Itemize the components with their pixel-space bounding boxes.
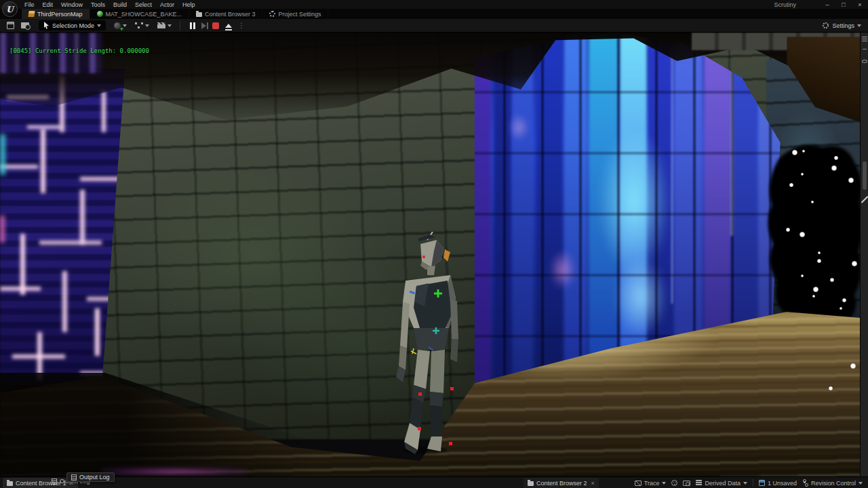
trace-dropdown[interactable]: Trace: [635, 480, 667, 487]
output-log-label: Output Log: [79, 474, 110, 481]
particle-dot: [812, 295, 815, 298]
dark-portal-blob: [758, 132, 868, 336]
play-controls: ⋮: [190, 22, 245, 29]
particle-dot: [852, 261, 857, 266]
pencil-icon[interactable]: [861, 196, 868, 203]
menu-file[interactable]: File: [20, 1, 39, 8]
particle-dot: [786, 228, 790, 232]
chevron-down-icon: [97, 24, 101, 27]
particle-dot: [792, 150, 797, 155]
viewport[interactable]: [0045] Current Stride Length: 0.000000: [0, 33, 868, 476]
play-options-ellipsis-icon[interactable]: ⋮: [238, 22, 245, 29]
selection-mode-dropdown[interactable]: Selection Mode: [39, 20, 106, 30]
settings-label: Settings: [832, 22, 854, 29]
derived-data-dropdown[interactable]: Derived Data: [696, 480, 747, 487]
save-icon: [759, 480, 765, 486]
chevron-down-icon: [167, 24, 172, 27]
statusbar-separator: [753, 479, 753, 487]
gear-icon: [822, 22, 829, 29]
eject-button[interactable]: [225, 24, 232, 28]
menu-actor[interactable]: Actor: [156, 1, 178, 8]
add-actor-icon: [114, 22, 121, 29]
menu-tools[interactable]: Tools: [87, 1, 109, 8]
character-right-arm: [450, 300, 458, 339]
bug-report-icon[interactable]: [683, 481, 690, 486]
maximize-button[interactable]: □: [835, 1, 852, 8]
statusbar-right-group: Trace Derived Data 1 Unsaved Revision Co…: [635, 477, 863, 488]
branch-icon: [802, 479, 808, 487]
toolbar-separator: [180, 21, 180, 30]
hamburger-icon[interactable]: [862, 37, 867, 41]
unsaved-indicator[interactable]: 1 Unsaved: [759, 480, 797, 487]
gear-icon: [269, 11, 275, 17]
revision-control-label: Revision Control: [811, 480, 856, 487]
close-button[interactable]: ×: [852, 1, 868, 8]
menu-edit[interactable]: Edit: [39, 1, 58, 8]
character-left-arm: [400, 302, 410, 348]
glow-bar: [39, 241, 102, 245]
content-drawer-icon[interactable]: [21, 22, 29, 28]
menu-window[interactable]: Window: [57, 1, 87, 8]
revision-control-dropdown[interactable]: Revision Control: [802, 479, 863, 487]
red-square-marker: [449, 442, 452, 445]
particle-dot: [830, 278, 834, 282]
particle-dot: [848, 178, 854, 183]
stop-button[interactable]: [212, 22, 219, 29]
save-icon[interactable]: [7, 22, 14, 29]
particle-dot: [800, 232, 805, 237]
menu-build[interactable]: Build: [109, 1, 131, 8]
particle-dot: [811, 201, 814, 203]
menu-select[interactable]: Select: [131, 1, 156, 8]
debug-overlay-text: [0045] Current Stride Length: 0.000000: [9, 47, 149, 54]
selection-mode-label: Selection Mode: [52, 22, 94, 29]
particle-dot: [840, 307, 842, 310]
tab-content-browser-3[interactable]: Content Browser 3: [189, 9, 263, 19]
glow-bar: [102, 92, 106, 132]
glow-bar: [12, 354, 65, 359]
particle-dot: [831, 165, 837, 171]
viewport-settings-dropdown[interactable]: Settings: [822, 22, 861, 29]
status-bar: Content Browser 1 × Content Browser 2 × …: [0, 476, 868, 488]
character-right-shin: [430, 405, 442, 436]
cinematics-dropdown[interactable]: [157, 22, 172, 28]
statusbar-tab-content-browser-2[interactable]: Content Browser 2 ×: [524, 478, 599, 488]
eye-icon[interactable]: [862, 60, 867, 63]
red-dot-marker: [422, 256, 425, 258]
pause-button[interactable]: [190, 22, 195, 29]
pink-glow-accent: [0, 216, 5, 243]
clapperboard-icon: [157, 22, 165, 28]
tab-label: Content Browser 3: [205, 11, 256, 18]
unsaved-label: 1 Unsaved: [768, 480, 797, 487]
particle-dot: [802, 150, 805, 152]
chevron-down-icon: [145, 24, 149, 27]
close-icon[interactable]: ×: [591, 480, 595, 487]
blueprints-dropdown[interactable]: [135, 22, 149, 28]
glow-bar: [62, 271, 67, 332]
unreal-logo-icon[interactable]: U: [2, 1, 18, 17]
output-log-ghost-tab[interactable]: Output Log: [66, 472, 115, 482]
tab-mat-showcase-bake[interactable]: MAT_SHOWCASE_BAKE...: [90, 9, 189, 19]
menu-bar: File Edit Window Tools Build Select Acto…: [20, 1, 199, 8]
add-actor-dropdown[interactable]: [114, 22, 127, 29]
particle-dot: [834, 156, 838, 160]
particle-dot: [818, 251, 821, 254]
scrollbar-thumb[interactable]: [863, 161, 867, 190]
minimize-button[interactable]: –: [819, 1, 835, 8]
tab-label: Content Browser 2: [536, 480, 587, 487]
particle-dot: [817, 259, 821, 263]
particle-dot: [801, 173, 804, 176]
tab-project-settings[interactable]: Project Settings: [262, 9, 328, 19]
menu-help[interactable]: Help: [178, 1, 199, 8]
folder-icon: [7, 481, 13, 486]
chevron-down-icon: [743, 482, 747, 485]
character-pelvis: [414, 328, 449, 350]
project-title: Scrutiny: [774, 1, 796, 8]
collapsed-panel-strip[interactable]: [860, 33, 868, 476]
frame-skip-button[interactable]: [201, 22, 206, 29]
glow-bar: [41, 129, 45, 193]
main-toolbar: Selection Mode ⋮ Settings: [0, 19, 868, 33]
feedback-smiley-icon[interactable]: [671, 480, 677, 486]
trace-icon: [635, 481, 642, 486]
particle-dot: [842, 298, 846, 302]
tab-thirdpersonmap[interactable]: ThirdPersonMap: [22, 9, 90, 19]
